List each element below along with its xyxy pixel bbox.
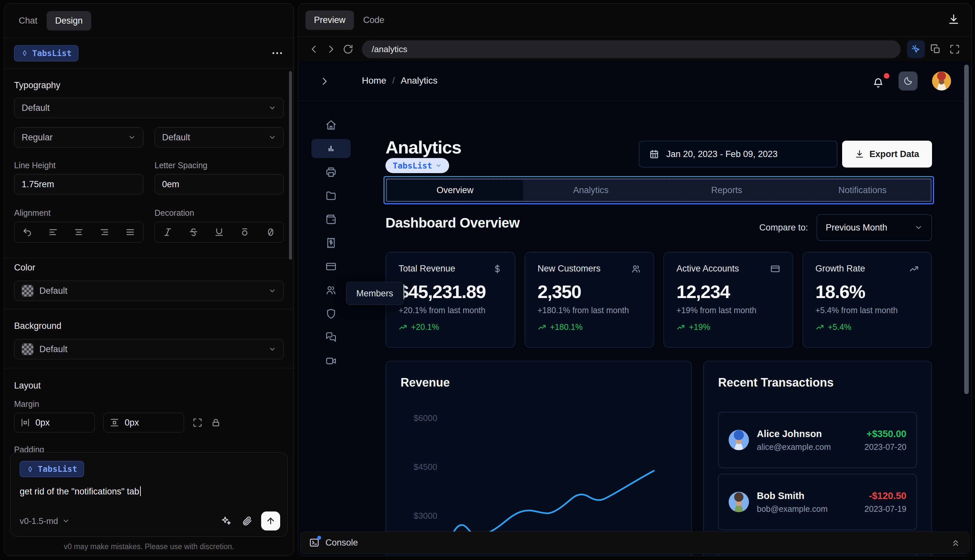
compare-select[interactable]: Previous Month	[816, 214, 932, 241]
rail-item-video[interactable]	[311, 349, 351, 373]
composer-input[interactable]: get rid of the "notifications" tab	[20, 486, 278, 497]
download-icon[interactable]	[948, 13, 960, 25]
stat-subtext: +20.1% from last month	[399, 305, 502, 315]
align-center-icon[interactable]	[74, 227, 83, 237]
font-size-select[interactable]: Default	[155, 127, 284, 148]
selected-element-label: TabsList	[32, 48, 72, 58]
line-height-input[interactable]: 1.75rem	[14, 174, 144, 195]
expand-values-icon[interactable]	[192, 418, 202, 428]
chevrons-up-icon[interactable]	[951, 538, 960, 548]
dashboard-tabs-list: Overview Analytics Reports Notifications	[386, 178, 932, 202]
rail-item-messages[interactable]	[311, 325, 351, 349]
selected-element-chip[interactable]: TabsList	[14, 45, 78, 61]
send-button[interactable]	[261, 512, 280, 530]
notifications-button[interactable]	[872, 77, 884, 89]
url-text: /analytics	[372, 44, 407, 55]
transactions-title: Recent Transactions	[718, 376, 834, 390]
undo-icon[interactable]	[22, 227, 32, 237]
video-icon	[326, 355, 337, 367]
rail-item-reports[interactable]	[311, 160, 351, 184]
users-icon	[326, 285, 337, 296]
compare-value: Previous Month	[826, 223, 887, 233]
refresh-icon[interactable]	[343, 44, 353, 55]
tab-preview[interactable]: Preview	[306, 10, 354, 30]
tab-design[interactable]: Design	[47, 11, 91, 30]
stat-delta: +19%	[689, 322, 710, 332]
chevron-down-icon	[268, 287, 276, 295]
tab-code[interactable]: Code	[357, 10, 391, 30]
composer-element-chip[interactable]: TabsList	[20, 461, 84, 477]
avatar	[729, 492, 749, 512]
strikethrough-icon[interactable]	[189, 227, 199, 237]
lock-values-icon[interactable]	[211, 418, 221, 428]
rail-item-cards[interactable]	[311, 255, 351, 278]
stat-value: 18.6%	[816, 281, 919, 302]
rail-item-members[interactable]	[311, 278, 351, 302]
rail-item-security[interactable]	[311, 302, 351, 325]
font-family-select[interactable]: Default	[14, 98, 284, 118]
background-select[interactable]: Default	[14, 339, 284, 359]
date-range-button[interactable]: Jan 20, 2023 - Feb 09, 2023	[639, 141, 838, 168]
nav-forward-icon[interactable]	[326, 44, 336, 55]
rail-item-files[interactable]	[311, 184, 351, 208]
inspector-element-badge[interactable]: TabsList	[386, 158, 449, 173]
text-caret	[140, 486, 141, 496]
trending-up-icon	[676, 323, 685, 332]
inspector-toggle-button[interactable]	[907, 40, 925, 58]
transaction-row[interactable]: Alice Johnson alice@example.com +$350.00…	[718, 412, 917, 468]
underline-icon[interactable]	[214, 227, 224, 237]
dollar-sign-icon	[493, 264, 502, 274]
url-input[interactable]: /analytics	[362, 40, 900, 58]
margin-y-input[interactable]: 0px	[104, 413, 184, 432]
attach-file-icon[interactable]	[242, 515, 253, 527]
rail-item-home[interactable]	[311, 113, 351, 137]
italic-icon[interactable]	[163, 227, 172, 237]
breadcrumb: Home / Analytics	[362, 75, 437, 86]
transaction-name: Bob Smith	[757, 490, 865, 501]
stat-title: Active Accounts	[676, 263, 739, 274]
app-canvas: Home / Analytics	[298, 62, 972, 556]
copy-button[interactable]	[927, 40, 945, 58]
nav-back-icon[interactable]	[309, 44, 319, 55]
fullscreen-button[interactable]	[946, 40, 963, 58]
breadcrumb-home[interactable]: Home	[362, 75, 386, 86]
tab-chat[interactable]: Chat	[13, 11, 43, 30]
overline-icon[interactable]	[240, 227, 250, 237]
align-justify-icon[interactable]	[125, 227, 135, 237]
user-avatar[interactable]	[932, 72, 951, 90]
design-properties: Typography Default Regular Default Line …	[4, 80, 294, 478]
align-left-icon[interactable]	[48, 227, 58, 237]
rail-item-invoices[interactable]	[311, 231, 351, 255]
slashed-zero-icon[interactable]	[266, 227, 275, 237]
decoration-label: Decoration	[155, 208, 284, 218]
theme-toggle-button[interactable]	[898, 72, 918, 90]
rail-item-wallet[interactable]	[311, 208, 351, 231]
tab-reports[interactable]: Reports	[659, 180, 795, 201]
preview-scrollbar[interactable]	[964, 65, 969, 394]
chevron-down-icon	[268, 104, 276, 112]
color-select[interactable]: Default	[14, 281, 284, 301]
enhance-prompt-icon[interactable]	[220, 515, 232, 527]
font-weight-select[interactable]: Regular	[14, 127, 144, 148]
align-right-icon[interactable]	[99, 227, 109, 237]
breadcrumb-current: Analytics	[401, 75, 437, 86]
component-diamond-icon	[21, 50, 28, 57]
console-bar[interactable]: Console	[300, 532, 970, 554]
export-data-button[interactable]: Export Data	[842, 141, 932, 168]
model-select[interactable]: v0-1.5-md	[20, 516, 70, 526]
rail-item-analytics[interactable]	[311, 139, 351, 158]
sidebar-expand-icon[interactable]	[319, 76, 330, 87]
letter-spacing-input[interactable]: 0em	[155, 174, 284, 195]
stat-title: Growth Rate	[816, 263, 865, 274]
margin-x-input[interactable]: 0px	[14, 413, 95, 432]
tab-analytics[interactable]: Analytics	[523, 180, 659, 201]
composer-text: get rid of the "notifications" tab	[20, 487, 139, 497]
stat-cards: Total Revenue $45,231.89 +20.1% from las…	[386, 252, 932, 348]
tab-notifications[interactable]: Notifications	[795, 180, 930, 201]
tab-overview[interactable]: Overview	[387, 180, 523, 201]
transaction-row[interactable]: Bob Smith bob@example.com -$120.50 2023-…	[718, 474, 917, 530]
letter-spacing-value: 0em	[162, 179, 179, 190]
element-menu-icon[interactable]	[270, 47, 284, 60]
sidebar-scrollbar[interactable]	[289, 71, 292, 260]
chat-composer[interactable]: TabsList get rid of the "notifications" …	[10, 452, 288, 537]
